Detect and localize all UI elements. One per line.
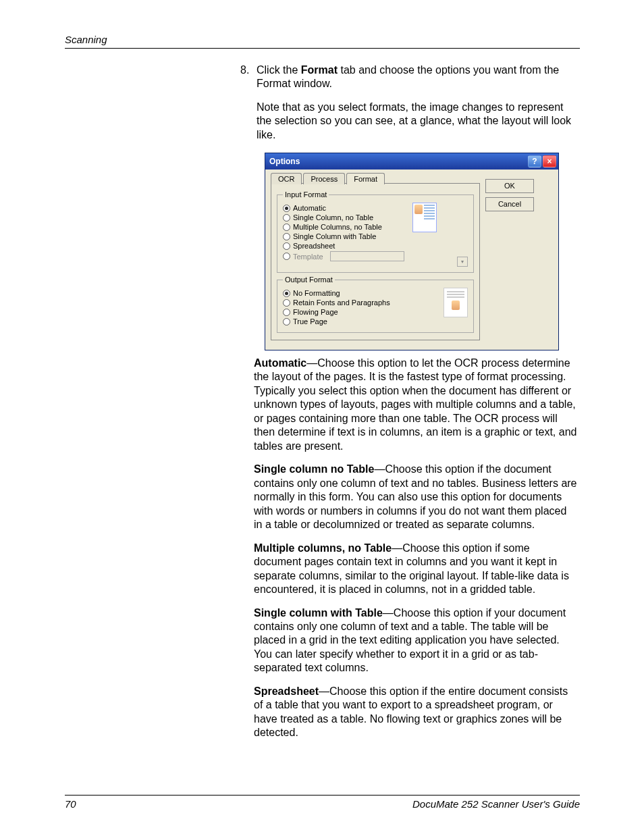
- opt-spreadsheet[interactable]: Spreadsheet: [283, 242, 410, 250]
- close-button[interactable]: ×: [543, 155, 556, 167]
- template-field: [330, 251, 404, 261]
- opt-label: No Formatting: [293, 289, 340, 297]
- step-8: 8. Click the Format tab and choose the o…: [240, 63, 576, 142]
- step-number: 8.: [240, 63, 257, 142]
- term: Spreadsheet: [254, 685, 319, 697]
- tab-process[interactable]: Process: [303, 173, 345, 184]
- opt-label: Flowing Page: [293, 308, 338, 316]
- preview-image-icon: [414, 205, 423, 214]
- opt-label: Template: [293, 253, 323, 261]
- def-single-no-table: Single column no Table—Choose this optio…: [254, 463, 578, 531]
- def-single-with-table: Single column with Table—Choose this opt…: [254, 606, 578, 675]
- dialog-right: OK Cancel: [485, 172, 546, 340]
- opt-label: Spreadsheet: [293, 242, 335, 250]
- step-text-a: Click the: [257, 64, 301, 76]
- radio-icon: [283, 205, 290, 212]
- section-title: Scanning: [65, 34, 580, 45]
- output-format-group: Output Format No Formatting Retain Fonts…: [277, 276, 474, 333]
- radio-icon: [283, 224, 290, 231]
- tab-ocr[interactable]: OCR: [271, 173, 302, 184]
- radio-icon: [283, 253, 290, 260]
- titlebar: Options ? ×: [265, 153, 558, 170]
- page-number: 70: [65, 798, 76, 810]
- input-preview-col: ▾: [410, 203, 468, 267]
- options-dialog: Options ? × OCR Process Format Input For…: [265, 153, 559, 350]
- radio-icon: [283, 318, 290, 325]
- def-automatic: Automatic—Choose this option to let the …: [254, 357, 578, 453]
- opt-no-formatting[interactable]: No Formatting: [283, 289, 441, 297]
- opt-multi-no-table[interactable]: Multiple Columns, no Table: [283, 223, 410, 231]
- opt-label: True Page: [293, 317, 327, 325]
- cancel-button[interactable]: Cancel: [485, 197, 534, 211]
- page-footer: 70 DocuMate 252 Scanner User's Guide: [65, 795, 580, 810]
- step-text-bold: Format: [301, 64, 338, 76]
- dialog-left: OCR Process Format Input Format Automati…: [271, 172, 480, 340]
- output-preview-icon: [444, 288, 468, 317]
- def-spreadsheet: Spreadsheet—Choose this option if the en…: [254, 685, 578, 740]
- opt-label: Automatic: [293, 204, 326, 212]
- def-multi-no-table: Multiple columns, no Table—Choose this o…: [254, 542, 578, 597]
- opt-label: Retain Fonts and Paragraphs: [293, 298, 390, 307]
- term: Multiple columns, no Table: [254, 542, 392, 554]
- term: Single column no Table: [254, 463, 374, 475]
- help-button[interactable]: ?: [528, 155, 541, 167]
- preview-lines-icon: [424, 205, 435, 230]
- tab-panel: Input Format Automatic Single Column, no…: [271, 183, 480, 340]
- dialog-title: Options: [269, 157, 527, 166]
- step-block: 8. Click the Format tab and choose the o…: [240, 63, 576, 142]
- ok-button[interactable]: OK: [485, 179, 534, 193]
- footer-title: DocuMate 252 Scanner User's Guide: [412, 798, 580, 810]
- tab-format[interactable]: Format: [346, 173, 385, 184]
- dialog-body: OCR Process Format Input Format Automati…: [265, 170, 558, 350]
- page-header: Scanning: [65, 34, 580, 49]
- radio-icon: [283, 309, 290, 316]
- radio-icon: [283, 299, 290, 307]
- opt-label: Single Column with Table: [293, 232, 376, 240]
- radio-icon: [283, 290, 290, 297]
- opt-flowing[interactable]: Flowing Page: [283, 308, 441, 316]
- input-format-legend: Input Format: [283, 190, 329, 199]
- opt-single-no-table[interactable]: Single Column, no Table: [283, 213, 410, 221]
- output-format-legend: Output Format: [283, 276, 335, 284]
- term: Single column with Table: [254, 607, 383, 619]
- tab-strip: OCR Process Format: [271, 173, 480, 184]
- term: Automatic: [254, 357, 306, 369]
- footer-row: 70 DocuMate 252 Scanner User's Guide: [65, 798, 580, 810]
- opt-true-page[interactable]: True Page: [283, 317, 441, 325]
- radio-icon: [283, 214, 290, 221]
- radio-icon: [283, 242, 290, 250]
- opt-single-with-table[interactable]: Single Column with Table: [283, 232, 410, 240]
- step-text: Click the Format tab and choose the opti…: [257, 63, 576, 142]
- opt-retain[interactable]: Retain Fonts and Paragraphs: [283, 298, 441, 307]
- opt-template: Template: [283, 251, 410, 261]
- input-format-group: Input Format Automatic Single Column, no…: [277, 190, 474, 273]
- header-rule: [65, 48, 580, 49]
- step-note: Note that as you select formats, the ima…: [257, 101, 576, 142]
- input-preview-icon: [412, 203, 437, 232]
- opt-label: Single Column, no Table: [293, 213, 373, 221]
- footer-rule: [65, 795, 580, 796]
- format-definitions: Automatic—Choose this option to let the …: [254, 357, 578, 750]
- preview-image-icon: [452, 301, 460, 310]
- options-dialog-figure: Options ? × OCR Process Format Input For…: [265, 153, 559, 350]
- template-dropdown: ▾: [457, 257, 468, 267]
- opt-automatic[interactable]: Automatic: [283, 204, 410, 212]
- def-text: —Choose this option to let the OCR proce…: [254, 357, 576, 452]
- opt-label: Multiple Columns, no Table: [293, 223, 382, 231]
- radio-icon: [283, 233, 290, 240]
